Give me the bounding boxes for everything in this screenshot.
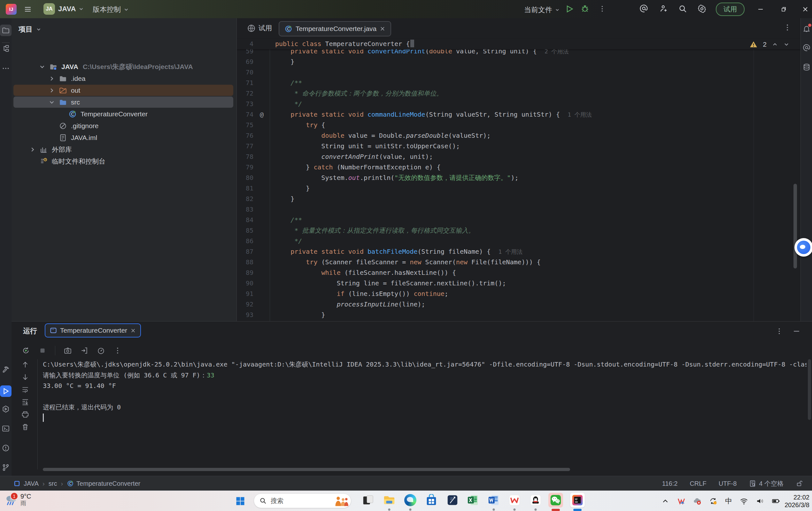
tree-item-TemperatureConverter[interactable]: TemperatureConverter xyxy=(11,108,236,120)
chevron-right-icon[interactable] xyxy=(48,75,55,82)
project-panel-header[interactable]: 项目 xyxy=(19,25,41,34)
taskbar-app-wechat[interactable] xyxy=(548,493,563,508)
tree-item-.idea[interactable]: .idea xyxy=(11,73,236,84)
run-config-selector[interactable]: 当前文件 xyxy=(524,5,560,15)
trial-badge[interactable]: 试用 xyxy=(716,3,745,16)
chevron-down-icon[interactable] xyxy=(48,99,55,106)
breadcrumb-class[interactable]: TemperatureConverter xyxy=(76,480,140,487)
run-tool-icon[interactable] xyxy=(0,386,11,397)
next-problem-icon[interactable] xyxy=(783,41,790,48)
prev-problem-icon[interactable] xyxy=(772,41,778,48)
tray-volume-icon[interactable] xyxy=(756,497,764,505)
taskbar-app-task-view[interactable] xyxy=(361,493,375,508)
code-line[interactable]: 79 } catch (NumberFormatException e) { xyxy=(237,162,801,173)
tab-options-icon[interactable] xyxy=(783,23,791,32)
unlock-icon[interactable] xyxy=(796,480,803,487)
code-line[interactable]: 88 try (Scanner fileScanner = new Scanne… xyxy=(237,257,801,267)
taskbar-app-idea[interactable]: IJ xyxy=(570,493,585,508)
terminal-tool-icon[interactable] xyxy=(2,424,10,433)
taskbar-app-qq[interactable] xyxy=(528,493,543,508)
taskbar-search[interactable]: 搜索 xyxy=(254,493,351,508)
globe-icon[interactable] xyxy=(247,24,256,33)
caret-position[interactable]: 116:2 xyxy=(662,480,678,487)
main-menu-icon[interactable] xyxy=(24,5,32,13)
taskbar-app-wps[interactable] xyxy=(507,493,522,508)
code-line[interactable]: 85 * 批量文件模式：从指定文件逐行读取，每行格式同交互输入。 xyxy=(237,225,801,236)
tray-battery-icon[interactable] xyxy=(772,497,780,505)
settings-gear-icon[interactable] xyxy=(697,4,706,13)
start-button[interactable] xyxy=(235,496,245,506)
attach-process-icon[interactable] xyxy=(80,346,89,355)
tray-wifi-icon[interactable] xyxy=(740,497,748,505)
editor-scrollbar[interactable] xyxy=(793,184,797,268)
tray-sync-icon[interactable] xyxy=(709,497,717,505)
stop-icon[interactable] xyxy=(38,346,47,355)
chevron-down-icon[interactable] xyxy=(39,63,46,70)
code-viewport[interactable]: 69 } 70 71 /** 72 * 命令行参数模式：两个参数，分别为数值和单… xyxy=(237,57,801,320)
search-highlight-image[interactable] xyxy=(332,495,349,507)
code-line[interactable]: 73 */ xyxy=(237,99,801,109)
tree-item-.gitignore[interactable]: .gitignore xyxy=(11,120,236,132)
tray-wps-tray-icon[interactable] xyxy=(677,497,686,505)
folder-tool-icon[interactable] xyxy=(0,25,11,36)
debug-button[interactable] xyxy=(580,4,589,13)
console-vscrollbar[interactable] xyxy=(808,359,811,420)
code-line[interactable]: 4 public class TemperatureConverter { xyxy=(237,39,801,49)
run-tab[interactable]: TemperatureConverter xyxy=(45,323,141,338)
tree-item-src[interactable]: src xyxy=(11,96,236,108)
tree-item-JAVA[interactable]: JAVAC:\Users\朱彦硕\IdeaProjects\JAVA xyxy=(11,61,236,73)
code-line[interactable]: 71 /** xyxy=(237,78,801,88)
code-line[interactable]: 93 } xyxy=(237,310,801,320)
database-tool-icon[interactable] xyxy=(803,63,811,71)
vcs-widget[interactable]: 版本控制 xyxy=(93,5,129,15)
window-restore-button[interactable] xyxy=(780,5,787,13)
code-line[interactable]: 75 try { xyxy=(237,120,801,131)
code-line[interactable]: 78 convertAndPrint(value, unit); xyxy=(237,151,801,162)
more-tool-icon[interactable] xyxy=(2,64,10,73)
code-line[interactable]: 81 } xyxy=(237,183,801,194)
project-switcher[interactable]: JAVA xyxy=(58,5,84,13)
run-console[interactable]: C:\Users\朱彦硕\.jdks\openjdk-25.0.2\bin\ja… xyxy=(43,359,807,468)
hide-panel-icon[interactable] xyxy=(792,327,801,335)
more-actions-icon[interactable] xyxy=(598,5,606,13)
taskbar-app-explorer[interactable] xyxy=(382,493,397,508)
breadcrumb-src[interactable]: src xyxy=(49,480,57,487)
editor-tab-active[interactable]: TemperatureConverter.java xyxy=(279,21,391,36)
ai-tool-icon[interactable] xyxy=(803,44,811,52)
code-line[interactable]: 76 double value = Double.parseDouble(val… xyxy=(237,131,801,141)
code-line[interactable]: 59 private static void convertAndPrint(d… xyxy=(237,49,801,57)
services-tool-icon[interactable] xyxy=(2,405,10,413)
indent-widget[interactable]: 4 个空格 xyxy=(749,479,784,488)
code-line[interactable]: 86 */ xyxy=(237,236,801,246)
down-stack-icon[interactable] xyxy=(21,373,29,381)
line-ending[interactable]: CRLF xyxy=(690,480,706,487)
more-icon[interactable] xyxy=(113,346,122,355)
run-button[interactable] xyxy=(565,4,574,13)
tray-cloud-error-icon[interactable] xyxy=(693,497,701,505)
clear-console-icon[interactable] xyxy=(21,423,29,431)
scroll-to-end-icon[interactable] xyxy=(21,398,29,406)
tray-chevron-up-icon[interactable] xyxy=(661,497,669,505)
structure-tool-icon[interactable] xyxy=(2,45,10,53)
code-line[interactable]: 77 String unit = unitStr.toUpperCase(); xyxy=(237,141,801,151)
tree-item-外部库[interactable]: 外部库 xyxy=(11,143,236,155)
taskbar-app-store[interactable] xyxy=(424,493,439,508)
project-avatar[interactable]: JA xyxy=(44,3,55,15)
code-line[interactable]: 70 xyxy=(237,67,801,78)
trial-tab-label[interactable]: 试用 xyxy=(259,24,272,33)
code-line[interactable]: 80 System.out.println("无效的数值参数，请提供正确的数字。… xyxy=(237,173,801,183)
soft-wrap-icon[interactable] xyxy=(21,386,29,394)
print-icon[interactable] xyxy=(21,410,29,419)
tree-item-JAVA.iml[interactable]: JAVA.iml xyxy=(11,132,236,143)
code-line[interactable]: 69 } xyxy=(237,57,801,67)
taskbar-app-navy-app[interactable] xyxy=(445,493,460,508)
tree-item-临时文件和控制台[interactable]: 临时文件和控制台 xyxy=(11,155,236,167)
taskbar-clock[interactable]: 22:02 2026/3/8 xyxy=(785,493,809,509)
ai-assistant-icon[interactable] xyxy=(639,4,648,13)
run-options-icon[interactable] xyxy=(775,327,783,335)
close-icon[interactable] xyxy=(130,328,136,333)
code-line[interactable]: 92 processInputLine(line); xyxy=(237,299,801,310)
weather-widget[interactable]: 1 9°C 雨 xyxy=(4,493,31,507)
git-tool-icon[interactable] xyxy=(2,463,10,472)
code-line[interactable]: 90 String line = fileScanner.nextLine().… xyxy=(237,278,801,289)
